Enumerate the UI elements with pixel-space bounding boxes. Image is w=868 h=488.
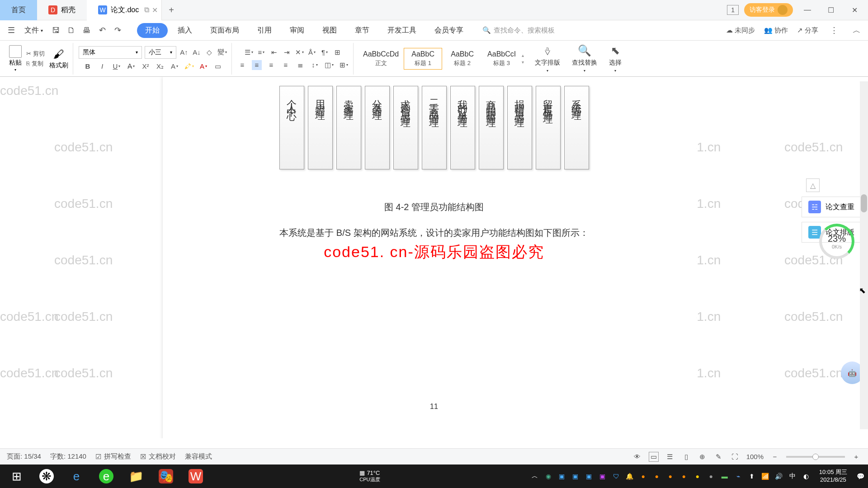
task-ie[interactable]: e	[62, 465, 90, 488]
tray-icon[interactable]: ▣	[571, 471, 580, 481]
tray-icon[interactable]: 🔔	[625, 471, 635, 481]
tab-home[interactable]: 首页	[0, 0, 37, 20]
italic-button[interactable]: I	[97, 61, 107, 71]
font-family-select[interactable]: 黑体▾	[79, 46, 142, 59]
paste-button[interactable]: 粘贴▾	[9, 45, 22, 72]
menu-reference[interactable]: 引用	[249, 23, 280, 38]
redo-icon[interactable]: ↷	[111, 23, 124, 37]
zoom-out-button[interactable]: −	[770, 452, 780, 462]
text-layout-button[interactable]: ⎀文字排版▾	[529, 44, 566, 73]
clear-format-icon[interactable]: ◇	[204, 47, 214, 57]
tray-icon[interactable]: ⬆	[747, 471, 757, 481]
line-spacing-button[interactable]: ↕	[310, 60, 320, 70]
tab-document[interactable]: W 论文.doc ⧉ ✕	[87, 0, 162, 20]
style-normal[interactable]: AaBbCcDd正文	[359, 48, 403, 70]
save-icon[interactable]: 🖫	[49, 23, 63, 37]
cut-button[interactable]: ✂剪切	[26, 50, 45, 58]
phonetic-icon[interactable]: 變	[217, 47, 227, 57]
start-button[interactable]: ⊞	[3, 465, 31, 488]
font-color-button[interactable]: A	[198, 61, 208, 71]
superscript-button[interactable]: X²	[141, 61, 151, 71]
close-button[interactable]: ✕	[845, 1, 863, 19]
menu-dev-tools[interactable]: 开发工具	[379, 23, 425, 38]
style-heading1[interactable]: AaBbC标题 1	[404, 48, 442, 70]
app-menu-icon[interactable]: ☰	[5, 23, 18, 37]
word-count[interactable]: 字数: 12140	[50, 452, 86, 461]
task-app-1[interactable]: ❋	[33, 465, 61, 488]
align-justify-button[interactable]: ≡	[281, 60, 291, 70]
undo-icon[interactable]: ↶	[95, 23, 109, 37]
view-page-icon[interactable]: ▭	[649, 452, 659, 462]
window-badge[interactable]: 1	[727, 5, 739, 15]
font-size-select[interactable]: 小三▾	[145, 46, 176, 59]
marks-button[interactable]: ¶	[320, 47, 330, 57]
document-page[interactable]: 个人中心 用户管理 卖家管理 分类管理 求购信息管理 二手商品管理 我的订单管理…	[172, 77, 696, 438]
zoom-thumb[interactable]	[812, 454, 819, 460]
text-direction-button[interactable]: ✕	[294, 47, 304, 57]
menu-view[interactable]: 视图	[314, 23, 345, 38]
tray-icon[interactable]: ●	[652, 471, 662, 481]
strikethrough-button[interactable]: A̶	[126, 61, 136, 71]
menu-review[interactable]: 审阅	[282, 23, 312, 38]
bullets-button[interactable]: ☰	[244, 47, 254, 57]
progress-indicator[interactable]: 23% 0K/s	[819, 224, 854, 259]
tab-popout-icon[interactable]: ⧉	[144, 6, 149, 14]
task-explorer[interactable]: 📁	[122, 465, 150, 488]
zoom-slider[interactable]	[786, 456, 845, 458]
view-read-icon[interactable]: ▯	[681, 452, 691, 462]
copy-button[interactable]: ⎘复制	[26, 60, 45, 68]
print-icon[interactable]: 🖶	[80, 23, 94, 37]
menu-start[interactable]: 开始	[137, 23, 168, 38]
increase-indent-button[interactable]: ⇥	[282, 47, 292, 57]
eye-icon[interactable]: 👁	[632, 452, 642, 462]
spell-check-toggle[interactable]: ☑拼写检查	[95, 452, 131, 461]
tray-icon[interactable]: ▣	[557, 471, 567, 481]
sync-status[interactable]: ☁未同步	[726, 26, 755, 35]
volume-icon[interactable]: 🔊	[774, 471, 784, 481]
login-button[interactable]: 访客登录	[744, 3, 793, 17]
taskbar-clock[interactable]: 10:05 周三 2021/8/25	[815, 469, 852, 484]
fit-icon[interactable]: ⛶	[730, 452, 740, 462]
underline-button[interactable]: U	[112, 61, 122, 71]
tray-icon[interactable]: ●	[706, 471, 716, 481]
task-cpu-temp[interactable]: ▦71°C CPU温度	[212, 469, 528, 483]
new-tab-button[interactable]: +	[162, 0, 181, 20]
align-right-button[interactable]: ≡	[266, 60, 276, 70]
page-indicator[interactable]: 页面: 15/34	[7, 452, 41, 461]
tray-icon[interactable]: ●	[679, 471, 689, 481]
tray-icon[interactable]: 🛡	[611, 471, 621, 481]
style-heading3[interactable]: AaBbCcI标题 3	[482, 48, 521, 70]
tray-icon[interactable]: ▣	[598, 471, 608, 481]
decrease-indent-button[interactable]: ⇤	[269, 47, 279, 57]
view-outline-icon[interactable]: ☰	[665, 452, 675, 462]
increase-font-icon[interactable]: A↑	[179, 47, 189, 57]
share-button[interactable]: ↗分享	[797, 26, 818, 35]
tray-icon[interactable]: ●	[693, 471, 703, 481]
task-app-2[interactable]: 🎭	[152, 465, 180, 488]
more-icon[interactable]: ⋮	[827, 23, 841, 37]
ime-icon[interactable]: 中	[788, 471, 797, 481]
borders-button[interactable]: ⊞	[339, 60, 349, 70]
vertical-scrollbar[interactable]	[860, 81, 868, 429]
bluetooth-icon[interactable]: ⌁	[733, 471, 743, 481]
print-preview-icon[interactable]: 🗋	[65, 23, 78, 37]
edit-icon[interactable]: ✎	[714, 452, 724, 462]
text-effects-button[interactable]: A	[170, 61, 179, 71]
command-search[interactable]: 🔍 查找命令、搜索模板	[482, 26, 555, 35]
collapse-ribbon-icon[interactable]: ︿	[850, 23, 863, 37]
doc-proofing[interactable]: ☒文档校对	[140, 452, 176, 461]
bold-button[interactable]: B	[83, 61, 93, 71]
char-border-button[interactable]: ▭	[213, 61, 223, 71]
subscript-button[interactable]: X₂	[155, 61, 165, 71]
tray-icon[interactable]: ●	[665, 471, 675, 481]
zoom-level[interactable]: 100%	[746, 453, 764, 460]
shading-button[interactable]: ◫	[324, 60, 334, 70]
view-web-icon[interactable]: ⊕	[698, 452, 708, 462]
notifications-icon[interactable]: 💬	[855, 471, 865, 481]
menu-insert[interactable]: 插入	[170, 23, 200, 38]
task-wps[interactable]: W	[182, 465, 210, 488]
tab-daoke[interactable]: D 稻壳	[37, 0, 87, 20]
menu-member[interactable]: 会员专享	[426, 23, 472, 38]
tray-icon[interactable]: ◐	[801, 471, 811, 481]
tray-icon[interactable]: ︿	[530, 471, 540, 481]
